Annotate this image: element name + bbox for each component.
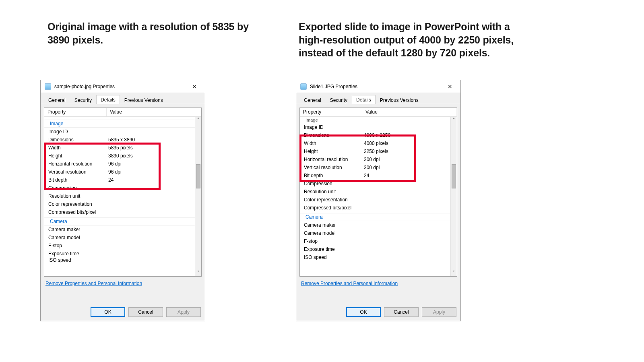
caption-left: Original image with a resolution of 5835… bbox=[47, 20, 265, 46]
row-resunit[interactable]: Resolution unit bbox=[44, 192, 201, 200]
window-title: Slide1.JPG Properties bbox=[310, 84, 442, 89]
row-image-id[interactable]: Image ID bbox=[44, 128, 201, 136]
row-hres[interactable]: Horizontal resolution96 dpi bbox=[44, 160, 201, 168]
row-compression[interactable]: Compression bbox=[300, 180, 457, 188]
section-camera: Camera bbox=[44, 217, 201, 225]
column-property[interactable]: Property bbox=[300, 108, 362, 116]
scroll-thumb[interactable] bbox=[196, 164, 200, 188]
scroll-down-icon[interactable]: ˅ bbox=[451, 270, 457, 276]
row-cammodel[interactable]: Camera model bbox=[44, 234, 201, 242]
row-vres[interactable]: Vertical resolution300 dpi bbox=[300, 163, 457, 172]
scroll-track[interactable] bbox=[195, 123, 201, 270]
image-file-icon bbox=[300, 83, 307, 90]
panel-body: Property Value Image Image ID Dimensions… bbox=[41, 104, 205, 321]
scroll-up-icon[interactable]: ˄ bbox=[451, 117, 457, 123]
properties-list[interactable]: Property Value Image Image ID Dimensions… bbox=[299, 108, 457, 277]
remove-properties-link[interactable]: Remove Properties and Personal Informati… bbox=[44, 277, 144, 286]
row-colorrep[interactable]: Color representation bbox=[300, 196, 457, 204]
window-title: sample-photo.jpg Properties bbox=[54, 84, 186, 89]
row-height[interactable]: Height2250 pixels bbox=[300, 147, 457, 155]
row-dimensions[interactable]: Dimensions5835 x 3890 bbox=[44, 136, 201, 144]
close-icon[interactable]: ✕ bbox=[186, 81, 202, 92]
row-compression[interactable]: Compression bbox=[44, 184, 201, 192]
apply-button[interactable]: Apply bbox=[166, 307, 201, 317]
row-bitdepth[interactable]: Bit depth24 bbox=[44, 176, 201, 184]
remove-properties-link[interactable]: Remove Properties and Personal Informati… bbox=[299, 277, 399, 286]
cancel-button[interactable]: Cancel bbox=[128, 307, 163, 317]
titlebar: Slide1.JPG Properties ✕ bbox=[296, 80, 460, 93]
tab-previous-versions[interactable]: Previous Versions bbox=[376, 95, 423, 104]
column-property[interactable]: Property bbox=[44, 108, 107, 116]
image-file-icon bbox=[45, 83, 51, 90]
row-image-id[interactable]: Image ID bbox=[300, 123, 457, 131]
row-vres[interactable]: Vertical resolution96 dpi bbox=[44, 168, 201, 176]
row-cammaker[interactable]: Camera maker bbox=[300, 221, 457, 229]
row-fstop[interactable]: F-stop bbox=[300, 237, 457, 245]
cancel-button[interactable]: Cancel bbox=[384, 307, 419, 317]
scrollbar-vertical[interactable]: ˄ ˅ bbox=[450, 117, 457, 276]
section-camera: Camera bbox=[300, 213, 457, 221]
scroll-up-icon[interactable]: ˄ bbox=[195, 117, 201, 123]
scroll-down-icon[interactable]: ˅ bbox=[195, 270, 201, 276]
properties-dialog-right: Slide1.JPG Properties ✕ General Security… bbox=[296, 80, 461, 321]
row-exptime[interactable]: Exposure time bbox=[44, 250, 201, 258]
row-hres[interactable]: Horizontal resolution300 dpi bbox=[300, 155, 457, 163]
row-colorrep[interactable]: Color representation bbox=[44, 200, 201, 208]
tab-details[interactable]: Details bbox=[96, 95, 120, 104]
caption-right: Exported slide to image in PowerPoint wi… bbox=[299, 20, 524, 60]
row-dimensions[interactable]: Dimensions4000 x 2250 bbox=[300, 131, 457, 139]
tab-details[interactable]: Details bbox=[352, 95, 376, 104]
column-value[interactable]: Value bbox=[107, 108, 201, 116]
close-icon[interactable]: ✕ bbox=[442, 81, 458, 92]
row-resunit[interactable]: Resolution unit bbox=[300, 188, 457, 196]
tab-security[interactable]: Security bbox=[326, 95, 352, 104]
row-exptime[interactable]: Exposure time bbox=[300, 245, 457, 253]
section-image: Image bbox=[44, 120, 201, 128]
row-iso-cut[interactable]: ISO speed bbox=[44, 258, 201, 263]
properties-list[interactable]: Property Value Image Image ID Dimensions… bbox=[44, 108, 202, 277]
ok-button[interactable]: OK bbox=[91, 307, 125, 317]
ok-button[interactable]: OK bbox=[346, 307, 381, 317]
titlebar: sample-photo.jpg Properties ✕ bbox=[41, 80, 205, 93]
scroll-track[interactable] bbox=[451, 123, 457, 270]
scrollbar-vertical[interactable]: ˄ ˅ bbox=[195, 117, 201, 276]
row-fstop[interactable]: F-stop bbox=[44, 242, 201, 250]
tab-strip: General Security Details Previous Versio… bbox=[296, 93, 460, 104]
column-value[interactable]: Value bbox=[362, 108, 457, 116]
row-iso[interactable]: ISO speed bbox=[300, 253, 457, 261]
list-header: Property Value bbox=[44, 108, 201, 117]
apply-button[interactable]: Apply bbox=[422, 307, 456, 317]
tab-strip: General Security Details Previous Versio… bbox=[41, 93, 205, 104]
properties-dialog-left: sample-photo.jpg Properties ✕ General Se… bbox=[40, 80, 205, 321]
tab-general[interactable]: General bbox=[44, 95, 70, 104]
tab-previous-versions[interactable]: Previous Versions bbox=[120, 95, 167, 104]
row-width[interactable]: Width4000 pixels bbox=[300, 139, 457, 147]
row-width[interactable]: Width5835 pixels bbox=[44, 144, 201, 152]
row-cbpp[interactable]: Compressed bits/pixel bbox=[300, 204, 457, 212]
list-header: Property Value bbox=[300, 108, 457, 117]
row-cammodel[interactable]: Camera model bbox=[300, 229, 457, 237]
dialog-buttons: OK Cancel Apply bbox=[346, 307, 456, 317]
row-height[interactable]: Height3890 pixels bbox=[44, 152, 201, 160]
tab-general[interactable]: General bbox=[299, 95, 326, 104]
row-bitdepth[interactable]: Bit depth24 bbox=[300, 172, 457, 180]
dialog-buttons: OK Cancel Apply bbox=[91, 307, 201, 317]
row-cammaker[interactable]: Camera maker bbox=[44, 225, 201, 234]
tab-security[interactable]: Security bbox=[70, 95, 96, 104]
row-cbpp[interactable]: Compressed bits/pixel bbox=[44, 208, 201, 216]
scroll-thumb[interactable] bbox=[452, 164, 456, 188]
panel-body: Property Value Image Image ID Dimensions… bbox=[296, 104, 460, 321]
cutoff-label-top: Image bbox=[300, 118, 457, 123]
